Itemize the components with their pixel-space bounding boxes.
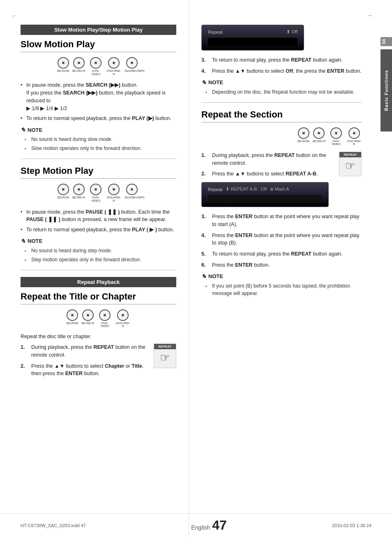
repeat-title-disc-icons: BD-ROM BD-RE/-R DVD-VIDEO DVD+RW/-R xyxy=(21,309,176,328)
main-content: Slow Motion Play/Step Motion Play Slow M… xyxy=(0,0,392,537)
chapter-title: Basic Functions xyxy=(384,70,389,111)
repeat-section-title: Repeat the Section xyxy=(201,109,362,122)
chapter-tab: Basic Functions xyxy=(380,49,392,131)
step-motion-bullets: In pause mode, press the PAUSE ( ❚❚ ) bu… xyxy=(21,208,176,234)
repeat-title-steps: 1. During playback, press the REPEAT but… xyxy=(21,343,176,378)
disc-label-divx: DivX/MKV/MP4 xyxy=(125,69,139,73)
repeat-section-button-area: REPEAT ☞ xyxy=(339,152,362,176)
rs-step-num-3: 3. xyxy=(201,213,210,228)
screen-ab-row: Repeat ⬆ REPEAT A-B : Off ⊕ Mark A xyxy=(208,187,322,192)
disc-label-dvdrw-4: DVD+RW/-R xyxy=(347,140,362,146)
corner-mark-tl: ⌐ xyxy=(12,12,16,19)
disc-icon-bdrer-3: BD-RE/-R xyxy=(81,309,94,328)
slow-motion-note-title: ✎ NOTE xyxy=(21,127,176,133)
left-column: Slow Motion Play/Step Motion Play Slow M… xyxy=(0,0,189,537)
disc-icon-bdrer: BD-RE/-R xyxy=(72,57,85,76)
slow-motion-note: ✎ NOTE No sound is heard during slow mod… xyxy=(21,127,176,152)
rs-step-num-1: 1. xyxy=(201,152,210,167)
step-motion-bullet-2: To return to normal speed playback, pres… xyxy=(21,226,176,234)
disc-label-dvdvideo-4: DVD-VIDEO xyxy=(329,140,344,146)
disc-circle-bdrom-4 xyxy=(298,127,309,139)
screen-val-off: ⬆ Off xyxy=(286,29,297,35)
repeat-button-label: REPEAT xyxy=(154,344,176,349)
right-note-list-1: Depending on the disc, the Repeat functi… xyxy=(205,88,362,96)
repeat-title-title: Repeat the Title or Chapter xyxy=(21,291,176,304)
page-container: ⌐ ¬ Basic Functions 04 Slow Motion Play/… xyxy=(0,0,392,537)
disc-icon-dvdrw-2: DVD+RW/-R xyxy=(106,184,121,202)
right-note-item-1: Depending on the disc, the Repeat functi… xyxy=(205,88,362,96)
repeat-title-right-steps: 3. To return to normal play, press the R… xyxy=(201,56,362,75)
screen-bottom xyxy=(208,38,297,46)
step-motion-note-title: ✎ NOTE xyxy=(21,238,176,244)
disc-icon-bdrom-4: BD-ROM xyxy=(297,127,309,146)
disc-icon-bdrom-2: BD-ROM xyxy=(58,184,69,202)
chapter-number: 04 xyxy=(380,37,392,46)
disc-icon-bdrer-4: BD-RE/-R xyxy=(313,127,325,146)
right-step-text-4: Press the ▲▼ buttons to select Off, the … xyxy=(212,67,362,75)
right-note-title-1: ✎ NOTE xyxy=(201,79,362,86)
rs-step-num-2: 2. xyxy=(201,170,210,178)
repeat-section-button-image: REPEAT ☞ xyxy=(339,152,362,176)
slow-motion-note-2: Slow motion operates only in the forward… xyxy=(25,145,176,152)
disc-icon-dvdrw-4: DVD+RW/-R xyxy=(347,127,362,146)
disc-circle-divx-2 xyxy=(126,184,138,195)
disc-label-bdrom-2: BD-ROM xyxy=(58,196,69,199)
slow-motion-bullet-1: In pause mode, press the SEARCH (▶▶) but… xyxy=(21,81,176,112)
repeat-section-note-list: If you set point (B) before 5 seconds ha… xyxy=(205,282,362,297)
repeat-section-note-1: If you set point (B) before 5 seconds ha… xyxy=(205,282,362,297)
disc-circle-dvdrw-2 xyxy=(108,184,120,195)
repeat-button-image: REPEAT ☞ xyxy=(154,343,176,368)
divider-2 xyxy=(21,270,176,270)
note-icon-3: ✎ xyxy=(201,79,206,86)
disc-label-divx-2: DivX/MKV/MP4 xyxy=(125,196,139,199)
rs-step-text-6: Press the ENTER button. xyxy=(212,261,270,269)
page-number: 47 xyxy=(212,518,227,533)
disc-icon-dvdrw-3: DVD+RW/-R xyxy=(115,309,130,328)
disc-circle-dvdvideo-4 xyxy=(330,127,342,139)
note-icon-4: ✎ xyxy=(201,273,206,280)
slow-motion-banner: Slow Motion Play/Step Motion Play xyxy=(21,25,176,35)
rs-step-1: 1. During playback, press the REPEAT but… xyxy=(201,152,335,167)
repeat-section-steps-area: REPEAT ☞ 1. During playback, press the R… xyxy=(201,152,362,182)
disc-icon-dvdvideo: DVD-VIDEO xyxy=(88,57,103,76)
right-step-num-4: 4. xyxy=(201,67,210,75)
right-step-text-3: To return to normal play, press the REPE… xyxy=(212,56,343,64)
disc-label-bdrom-3: BD-ROM xyxy=(67,322,78,325)
hand-icon-2: ☞ xyxy=(345,159,355,173)
disc-icon-bdrer-2: BD-RE/-R xyxy=(72,184,85,202)
repeat-title-step-2: 2. Press the ▲▼ buttons to select Chapte… xyxy=(21,362,150,378)
rs-step-5: 5. To return to normal play, press the R… xyxy=(201,250,362,258)
disc-icon-dvdrw: DVD+RW/-R xyxy=(106,57,121,76)
repeat-button-area: REPEAT ☞ xyxy=(154,343,176,368)
corner-mark-tr: ¬ xyxy=(368,12,371,19)
disc-circle-bdrom-2 xyxy=(58,184,69,195)
step-motion-note-1: No sound is heard during step mode. xyxy=(25,247,176,254)
disc-circle-bdrom-3 xyxy=(67,309,78,321)
rs-step-text-3: Press the ENTER button at the point wher… xyxy=(212,213,362,228)
disc-label-dvdvideo: DVD-VIDEO xyxy=(88,69,103,76)
rs-step-4: 4. Press the ENTER button at the point w… xyxy=(201,232,362,247)
right-note-1: ✎ NOTE Depending on the disc, the Repeat… xyxy=(201,79,362,96)
disc-label-bdrer: BD-RE/-R xyxy=(72,69,85,73)
right-column: Repeat ⬆ Off 3. To return to normal play… xyxy=(189,0,378,537)
disc-circle-bdrer-3 xyxy=(82,309,94,321)
repeat-section-disc-icons: BD-ROM BD-RE/-R DVD-VIDEO DVD+RW/-R xyxy=(201,127,362,146)
step-num-1: 1. xyxy=(21,343,29,359)
disc-circle-dvdvideo xyxy=(90,57,101,69)
hand-icon: ☞ xyxy=(160,351,170,364)
rs-step-text-2: Press the ▲▼ buttons to select REPEAT A-… xyxy=(212,170,318,178)
disc-label-dvdrw-2: DVD+RW/-R xyxy=(106,196,121,202)
step-motion-note: ✎ NOTE No sound is heard during step mod… xyxy=(21,238,176,263)
repeat-section-steps-2: 3. Press the ENTER button at the point w… xyxy=(201,213,362,269)
disc-icon-dvdvideo-4: DVD-VIDEO xyxy=(329,127,344,146)
disc-label-bdrom-4: BD-ROM xyxy=(297,140,309,143)
repeat-title-steps-area: REPEAT ☞ 1. During playback, press the R… xyxy=(21,343,176,382)
step-motion-title: Step Motion Play xyxy=(21,166,176,179)
screen-row-1: Repeat ⬆ Off xyxy=(208,29,297,35)
screen-ab-label: Repeat xyxy=(208,187,222,192)
repeat-section-note-title: ✎ NOTE xyxy=(201,273,362,280)
disc-label-dvdvideo-3: DVD-VIDEO xyxy=(97,322,112,328)
disc-circle-dvdvideo-3 xyxy=(99,309,111,321)
rs-step-num-4: 4. xyxy=(201,232,210,247)
repeat-title-desc: Repeat the disc title or chapter. xyxy=(21,334,176,339)
